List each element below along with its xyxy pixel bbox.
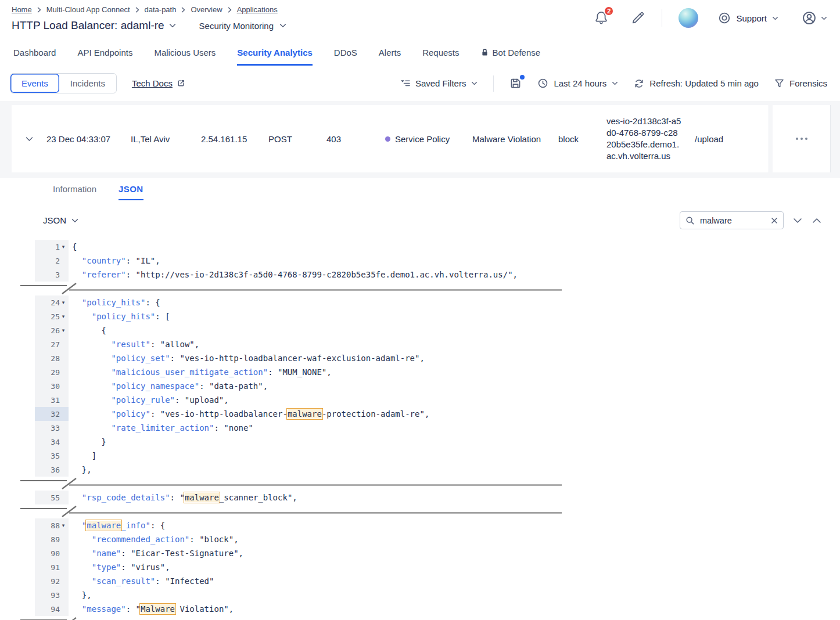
tab-label: API Endpoints	[77, 48, 132, 57]
code-text: },	[69, 465, 92, 474]
line-number: 33	[51, 424, 60, 432]
breadcrumb-item[interactable]: Applications	[237, 5, 278, 14]
time-range-dropdown[interactable]: Last 24 hours	[537, 78, 618, 89]
save-filter-button[interactable]	[509, 77, 522, 89]
line-number-gutter: 89	[35, 532, 69, 546]
code-text: "policy_rule": "upload",	[69, 395, 229, 405]
tab-dashboard[interactable]: Dashboard	[13, 48, 56, 66]
code-line: 31 "policy_rule": "upload",	[0, 393, 840, 407]
line-number: 93	[51, 591, 60, 600]
code-text: "policy_namespace": "data-path",	[69, 381, 268, 391]
line-number: 55	[51, 493, 60, 502]
support-icon	[718, 12, 731, 24]
code-line: 2 "country": "IL",	[0, 254, 840, 268]
account-menu[interactable]	[802, 10, 827, 26]
tab-label: Requests	[422, 48, 459, 57]
security-monitoring-dropdown[interactable]: Security Monitoring	[199, 21, 286, 31]
code-text: }	[69, 437, 106, 446]
event-method: POST	[268, 134, 326, 144]
search-match-highlight: Malware	[141, 604, 175, 614]
events-toggle-button[interactable]: Events	[10, 74, 59, 93]
tab-requests[interactable]: Requests	[422, 48, 459, 66]
row-more-options-button[interactable]	[792, 134, 811, 143]
line-number: 25	[51, 312, 60, 321]
code-text: },	[69, 590, 92, 600]
code-text: "country": "IL",	[69, 256, 160, 265]
ai-assistant-button[interactable]	[679, 8, 698, 28]
code-line: 34 }	[0, 435, 840, 449]
tab-bot-defense[interactable]: Bot Defense	[481, 48, 541, 66]
saved-filters-dropdown[interactable]: Saved Filters	[400, 78, 478, 88]
collapse-caret-icon[interactable]: ▾	[60, 327, 67, 333]
event-policy-type: Service Policy	[385, 134, 472, 144]
collapse-caret-icon[interactable]: ▾	[60, 313, 67, 319]
line-number-gutter: 2	[35, 254, 69, 268]
code-text: "policy_hits": {	[69, 298, 160, 307]
tab-malicious-users[interactable]: Malicious Users	[154, 48, 216, 66]
event-response-code: 403	[326, 134, 385, 144]
breadcrumb-separator-icon	[37, 6, 41, 13]
code-line: 89 "recommended_action": "block",	[0, 532, 840, 546]
refresh-button[interactable]: Refresh: Updated 5 min ago	[634, 78, 759, 89]
fold-separator	[20, 282, 840, 295]
tab-label: Dashboard	[13, 48, 56, 57]
incidents-toggle-button[interactable]: Incidents	[59, 74, 116, 93]
support-menu[interactable]: Support	[718, 12, 778, 24]
line-number: 2	[55, 257, 60, 265]
event-detail-panel: InformationJSON JSON	[0, 178, 840, 620]
clear-search-button[interactable]	[771, 217, 778, 224]
code-text: "policy": "ves-io-http-loadbalancer-malw…	[69, 409, 429, 419]
breadcrumb-separator-icon	[135, 6, 139, 13]
breadcrumb-item[interactable]: Home	[12, 5, 32, 14]
code-section: 88▾ "malware_info": {89 "recommended_act…	[0, 518, 840, 616]
tab-api-endpoints[interactable]: API Endpoints	[77, 48, 132, 66]
event-location: IL,Tel Aviv	[131, 134, 201, 144]
line-number-gutter: 92	[35, 574, 69, 588]
code-text: ]	[69, 451, 96, 460]
json-search-area	[680, 211, 821, 229]
line-number-gutter: 93	[35, 588, 69, 602]
title-chevron-down-icon[interactable]	[169, 23, 176, 28]
events-incidents-toggle: EventsIncidents	[10, 73, 117, 93]
collapse-caret-icon[interactable]: ▾	[60, 244, 67, 250]
line-number-gutter: 88▾	[35, 518, 69, 532]
theme-brush-button[interactable]	[630, 10, 645, 26]
format-dropdown-label: JSON	[43, 215, 66, 225]
collapse-caret-icon[interactable]: ▾	[60, 522, 67, 528]
next-match-button[interactable]	[793, 218, 802, 224]
main-nav-tabs: DashboardAPI EndpointsMalicious UsersSec…	[0, 32, 840, 66]
prev-match-button[interactable]	[812, 218, 821, 224]
collapse-caret-icon[interactable]: ▾	[60, 300, 67, 305]
json-search-input[interactable]	[699, 215, 767, 226]
code-text: {	[69, 242, 77, 251]
fold-separator	[20, 477, 840, 490]
line-number-gutter: 24▾	[35, 295, 69, 309]
code-text: "referer": "http://ves-io-2d138c3f-a5d0-…	[69, 270, 518, 279]
line-number: 28	[51, 354, 60, 363]
code-line: 32 "policy": "ves-io-http-loadbalancer-m…	[0, 407, 840, 421]
format-dropdown[interactable]: JSON	[43, 215, 78, 225]
tab-ddos[interactable]: DDoS	[334, 48, 357, 66]
line-number-gutter: 28	[35, 351, 69, 365]
tech-docs-label: Tech Docs	[132, 78, 173, 88]
chevron-down-icon	[71, 218, 78, 223]
line-number-gutter: 30	[35, 379, 69, 393]
notifications-button[interactable]: 2	[594, 10, 608, 26]
row-expand-chevron-icon[interactable]	[12, 136, 46, 142]
events-table-area: 23 Dec 04:33:07 IL,Tel Aviv 2.54.161.15 …	[0, 101, 840, 178]
line-number: 32	[51, 410, 60, 419]
code-line: 93 },	[0, 588, 840, 602]
code-text: {	[69, 326, 106, 335]
event-row[interactable]: 23 Dec 04:33:07 IL,Tel Aviv 2.54.161.15 …	[12, 105, 769, 172]
detail-tab-json[interactable]: JSON	[119, 184, 143, 200]
tab-alerts[interactable]: Alerts	[379, 48, 401, 66]
code-line: 1▾{	[0, 240, 840, 254]
detail-tab-information[interactable]: Information	[53, 184, 96, 200]
code-text: "result": "allow",	[69, 340, 199, 349]
tab-label: Malicious Users	[154, 48, 216, 57]
forensics-button[interactable]: Forensics	[774, 78, 827, 88]
code-line: 94 "message": "Malware Violation",	[0, 602, 840, 616]
save-icon	[509, 77, 522, 89]
tech-docs-link[interactable]: Tech Docs	[132, 78, 185, 88]
tab-security-analytics[interactable]: Security Analytics	[237, 48, 313, 66]
